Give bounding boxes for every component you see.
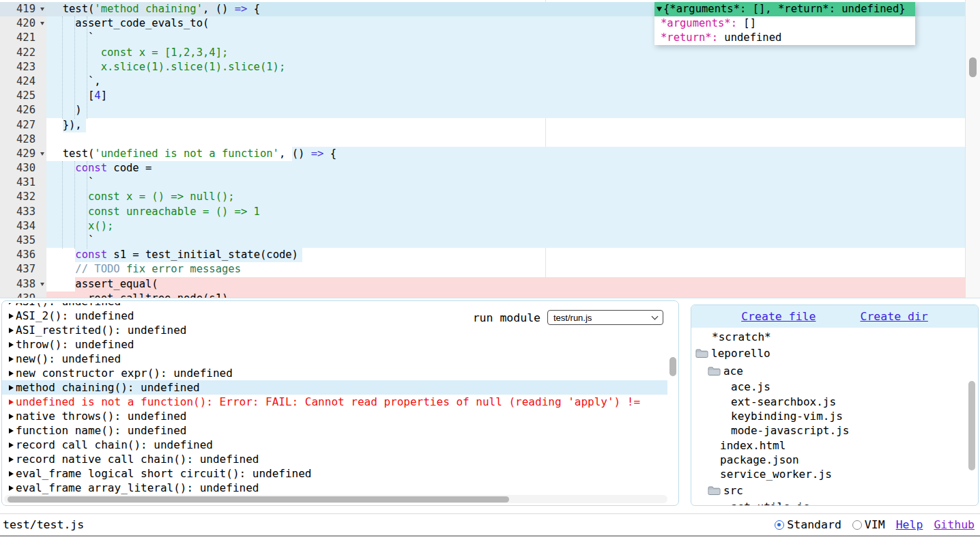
fold-marker-icon[interactable] <box>38 8 46 11</box>
results-hscrollbar-thumb[interactable] <box>8 496 509 502</box>
code-line-430[interactable]: 430 const code = <box>0 161 965 175</box>
tree-item-ace-js[interactable]: ace.js <box>691 380 968 394</box>
gutter-cell[interactable]: 419 <box>0 2 46 16</box>
code-line-435[interactable]: 435 ` <box>0 233 965 248</box>
radio-unselected-icon[interactable] <box>852 520 862 530</box>
tree-item-src[interactable]: src <box>691 481 968 499</box>
gutter-cell[interactable]: 432 <box>0 190 46 204</box>
tree-item-package-json[interactable]: package.json <box>691 453 968 467</box>
run-module-control: run module test/run.js <box>473 310 663 325</box>
expand-right-triangle-icon <box>9 328 14 333</box>
github-link[interactable]: Github <box>934 518 975 531</box>
results-vscrollbar-thumb[interactable] <box>669 357 676 376</box>
file-tree-scrollbar-thumb[interactable] <box>968 381 975 470</box>
tree-item-mode-javascript-js[interactable]: mode-javascript.js <box>691 423 968 438</box>
gutter-cell[interactable]: 438 <box>0 277 46 292</box>
test-result-item[interactable]: new constructor expr(): undefined <box>9 366 667 380</box>
tree-item-label: mode-javascript.js <box>731 424 849 437</box>
test-result-item[interactable]: ASI_restrited(): undefined <box>9 323 667 337</box>
create-file-link[interactable]: Create file <box>741 310 816 323</box>
test-result-item[interactable]: new(): undefined <box>9 352 667 366</box>
code-token: () <box>292 147 311 160</box>
tree-item--scratch-[interactable]: *scratch* <box>691 330 968 344</box>
gutter-cell[interactable]: 429 <box>0 147 46 161</box>
code-line-427[interactable]: 427 }), <box>0 118 965 132</box>
test-result-item[interactable]: function name(): undefined <box>9 423 667 438</box>
test-result-text: undefined is not a function(): Error: FA… <box>16 395 640 409</box>
gutter-cell[interactable]: 422 <box>0 46 46 60</box>
gutter-cell[interactable]: 428 <box>0 132 46 147</box>
test-result-item[interactable]: ASI(): undefined <box>9 303 667 309</box>
tree-item-keybinding-vim-js[interactable]: keybinding-vim.js <box>691 409 968 423</box>
code-line-439[interactable]: 439 root_calltree_node(s1) <box>0 292 965 298</box>
code-token: => <box>311 147 324 160</box>
test-result-item[interactable]: native throws(): undefined <box>9 409 667 423</box>
gutter-cell[interactable]: 421 <box>0 31 46 45</box>
create-dir-link[interactable]: Create dir <box>860 310 927 323</box>
keybinding-option-standard[interactable]: Standard <box>775 518 841 531</box>
line-number: 423 <box>0 60 38 74</box>
tree-item-service-worker-js[interactable]: service_worker.js <box>691 467 968 481</box>
code-line-438[interactable]: 438 assert_equal( <box>0 277 965 292</box>
test-result-item[interactable]: record call chain(): undefined <box>9 438 667 452</box>
gutter-cell[interactable]: 437 <box>0 262 46 277</box>
code-token: { <box>247 3 260 15</box>
test-result-item[interactable]: method chaining(): undefined <box>2 380 667 395</box>
editor-scrollbar-thumb[interactable] <box>969 57 977 77</box>
run-module-select[interactable]: test/run.js <box>547 310 663 325</box>
results-vertical-scrollbar[interactable] <box>668 302 678 494</box>
fold-marker-icon[interactable] <box>38 22 46 25</box>
tree-item-ext-searchbox-js[interactable]: ext-searchbox.js <box>691 395 968 409</box>
code-line-434[interactable]: 434 x(); <box>0 219 965 233</box>
code-line-436[interactable]: 436 const s1 = test_initial_state(code) <box>0 248 965 262</box>
gutter-cell[interactable]: 423 <box>0 60 46 74</box>
test-result-item[interactable]: eval_frame logical short circuit(): unde… <box>9 466 667 481</box>
code-line-429[interactable]: 429 test('undefined is not a function', … <box>0 147 965 161</box>
code-line-432[interactable]: 432 const x = () => null(); <box>0 190 965 204</box>
tree-item-leporello[interactable]: leporello <box>691 344 968 362</box>
test-result-item[interactable]: throw(): undefined <box>9 337 667 352</box>
file-tree-scrollbar[interactable] <box>968 330 977 504</box>
status-bar-controls: StandardVIMHelpGithub <box>775 518 975 531</box>
gutter-cell[interactable]: 436 <box>0 248 46 262</box>
gutter-cell[interactable]: 426 <box>0 103 46 117</box>
tree-item-ace[interactable]: ace <box>691 362 968 380</box>
test-result-item[interactable]: undefined is not a function(): Error: FA… <box>9 395 667 409</box>
test-result-item[interactable]: record native call chain(): undefined <box>9 452 667 466</box>
code-line-433[interactable]: 433 const unreachable = () => 1 <box>0 205 965 219</box>
keybinding-option-vim[interactable]: VIM <box>852 518 885 531</box>
tree-item-index-html[interactable]: index.html <box>691 438 968 452</box>
tree-item-ast-utils-js[interactable]: ast_utils.js <box>691 499 968 506</box>
tooltip-entry[interactable]: *return*: undefined <box>654 31 915 45</box>
code-line-437[interactable]: 437 // TODO fix error messages <box>0 262 965 277</box>
code-token: x(); <box>50 219 113 233</box>
code-line-424[interactable]: 424 `, <box>0 74 965 89</box>
code-line-422[interactable]: 422 const x = [1,2,3,4]; <box>0 46 965 60</box>
code-editor[interactable]: 419 test('method chaining', () => {420 a… <box>0 0 980 298</box>
help-link[interactable]: Help <box>896 518 923 531</box>
results-horizontal-scrollbar[interactable] <box>4 495 667 503</box>
code-token: () <box>216 3 235 15</box>
code-line-428[interactable]: 428 <box>0 132 965 147</box>
code-line-426[interactable]: 426 ) <box>0 103 965 117</box>
gutter-cell[interactable]: 435 <box>0 233 46 248</box>
tooltip-entry[interactable]: *arguments*: [] <box>654 16 915 31</box>
gutter-cell[interactable]: 430 <box>0 161 46 175</box>
gutter-cell[interactable]: 431 <box>0 175 46 190</box>
fold-marker-icon[interactable] <box>38 283 46 286</box>
tooltip-header[interactable]: {*arguments*: [], *return*: undefined} <box>654 2 915 16</box>
code-line-425[interactable]: 425 [4] <box>0 89 965 103</box>
gutter-cell[interactable]: 425 <box>0 89 46 103</box>
gutter-cell[interactable]: 420 <box>0 16 46 31</box>
gutter-cell[interactable]: 427 <box>0 118 46 132</box>
editor-vertical-scrollbar[interactable] <box>965 0 980 298</box>
code-line-431[interactable]: 431 ` <box>0 175 965 190</box>
gutter-cell[interactable]: 439 <box>0 292 46 298</box>
fold-marker-icon[interactable] <box>38 152 46 156</box>
gutter-cell[interactable]: 433 <box>0 205 46 219</box>
radio-selected-icon[interactable] <box>775 520 784 530</box>
code-line-423[interactable]: 423 x.slice(1).slice(1).slice(1); <box>0 60 965 74</box>
test-result-item[interactable]: eval_frame array_literal(): undefined <box>9 481 667 495</box>
gutter-cell[interactable]: 424 <box>0 74 46 89</box>
gutter-cell[interactable]: 434 <box>0 219 46 233</box>
